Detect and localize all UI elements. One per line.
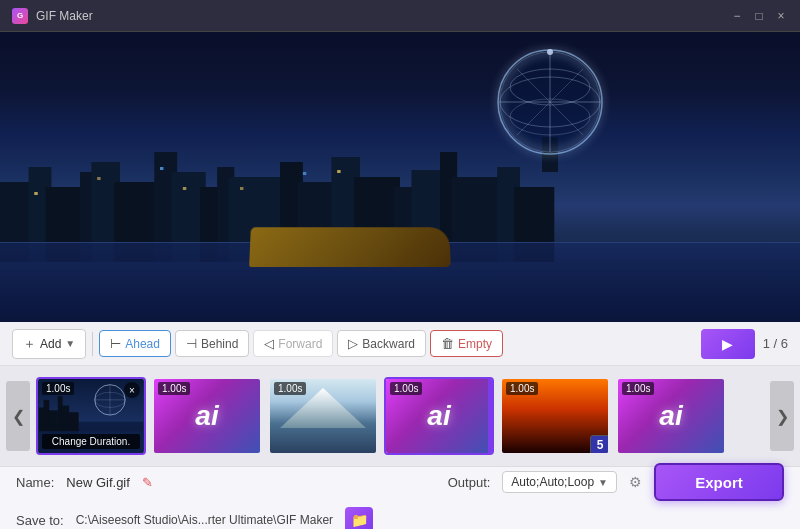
bottom-row-1: Name: New Gif.gif ✎ Output: Auto;Auto;Lo…: [16, 463, 784, 501]
empty-button[interactable]: 🗑 Empty: [430, 330, 503, 357]
forward-icon: ◁: [264, 336, 274, 351]
frame-2-duration: 1.00s: [158, 382, 190, 395]
backward-label: Backward: [362, 337, 415, 351]
save-path: C:\Aiseesoft Studio\Ais...rter Ultimate\…: [76, 513, 333, 527]
film-frame-3[interactable]: 1.00s: [268, 377, 378, 455]
ai-text-4: ai: [427, 400, 450, 432]
prev-arrow-button[interactable]: ❮: [6, 381, 30, 451]
name-label: Name:: [16, 475, 54, 490]
edit-name-icon[interactable]: ✎: [142, 475, 153, 490]
output-dropdown-icon: ▼: [598, 477, 608, 488]
preview-area: [0, 32, 800, 322]
output-selector[interactable]: Auto;Auto;Loop ▼: [502, 471, 617, 493]
play-button[interactable]: ▶: [701, 329, 755, 359]
bottom-bar: Name: New Gif.gif ✎ Output: Auto;Auto;Lo…: [0, 466, 800, 529]
behind-icon: ⊣: [186, 336, 197, 351]
minimize-button[interactable]: −: [730, 9, 744, 23]
export-wrapper: Export: [654, 463, 784, 501]
browse-folder-button[interactable]: 📁: [345, 507, 373, 529]
toolbar-right: ▶ 1 / 6: [701, 329, 788, 359]
frame-3-duration: 1.00s: [274, 382, 306, 395]
frame-6-duration: 1.00s: [622, 382, 654, 395]
titlebar-controls[interactable]: − □ ×: [730, 9, 788, 23]
close-button[interactable]: ×: [774, 9, 788, 23]
name-value: New Gif.gif: [66, 475, 130, 490]
ai-text-6: ai: [659, 400, 682, 432]
output-label: Output:: [448, 475, 491, 490]
add-button[interactable]: ＋ Add ▼: [12, 329, 86, 359]
save-label: Save to:: [16, 513, 64, 528]
ai-text-2: ai: [195, 400, 218, 432]
svg-rect-23: [160, 167, 163, 170]
backward-button[interactable]: ▷ Backward: [337, 330, 426, 357]
behind-button[interactable]: ⊣ Behind: [175, 330, 249, 357]
dome: [490, 42, 620, 172]
export-label: Export: [695, 474, 743, 491]
empty-label: Empty: [458, 337, 492, 351]
add-dropdown-icon: ▼: [65, 338, 75, 349]
boat: [249, 227, 451, 267]
add-icon: ＋: [23, 335, 36, 353]
frame-1-duration: 1.00s: [42, 382, 74, 395]
page-info: 1 / 6: [763, 336, 788, 351]
output-value: Auto;Auto;Loop: [511, 475, 594, 489]
next-arrow-button[interactable]: ❯: [770, 381, 794, 451]
frame-1-change-duration-button[interactable]: Change Duration.: [42, 434, 140, 449]
svg-rect-26: [303, 172, 306, 175]
ahead-icon: ⊢: [110, 336, 121, 351]
ahead-label: Ahead: [125, 337, 160, 351]
ahead-button[interactable]: ⊢ Ahead: [99, 330, 171, 357]
film-frame-6[interactable]: ai 1.00s: [616, 377, 726, 455]
film-frame-1[interactable]: 1.00s × Change Duration.: [36, 377, 146, 455]
toolbar: ＋ Add ▼ ⊢ Ahead ⊣ Behind ◁ Forward ▷ Bac…: [0, 322, 800, 366]
divider-1: [92, 332, 93, 356]
svg-rect-27: [337, 170, 340, 173]
maximize-button[interactable]: □: [752, 9, 766, 23]
frame-4-highlight: [488, 379, 492, 453]
titlebar: G GIF Maker − □ ×: [0, 0, 800, 32]
preview-image: [0, 32, 800, 322]
dome-svg: [490, 42, 610, 172]
frame-4-duration: 1.00s: [390, 382, 422, 395]
svg-point-40: [547, 49, 553, 55]
frame-5-badge: 5: [590, 435, 610, 455]
svg-rect-21: [34, 192, 37, 195]
behind-label: Behind: [201, 337, 238, 351]
frame-1-close-button[interactable]: ×: [124, 382, 140, 398]
titlebar-left: G GIF Maker: [12, 8, 93, 24]
svg-rect-22: [97, 177, 100, 180]
film-frames: 1.00s × Change Duration. ai 1.00s 1.00s …: [36, 377, 764, 455]
film-frame-5[interactable]: 1.00s 5: [500, 377, 610, 455]
forward-button[interactable]: ◁ Forward: [253, 330, 333, 357]
trash-icon: 🗑: [441, 336, 454, 351]
svg-rect-25: [240, 187, 243, 190]
settings-icon[interactable]: ⚙: [629, 474, 642, 490]
frame-5-duration: 1.00s: [506, 382, 538, 395]
bottom-row-2: Save to: C:\Aiseesoft Studio\Ais...rter …: [16, 507, 784, 529]
backward-icon: ▷: [348, 336, 358, 351]
export-button[interactable]: Export: [654, 463, 784, 501]
film-frame-4[interactable]: ai 1.00s: [384, 377, 494, 455]
add-label: Add: [40, 337, 61, 351]
film-frame-2[interactable]: ai 1.00s: [152, 377, 262, 455]
app-title: GIF Maker: [36, 9, 93, 23]
svg-rect-24: [183, 187, 186, 190]
filmstrip: ❮: [0, 366, 800, 466]
forward-label: Forward: [278, 337, 322, 351]
app-icon: G: [12, 8, 28, 24]
